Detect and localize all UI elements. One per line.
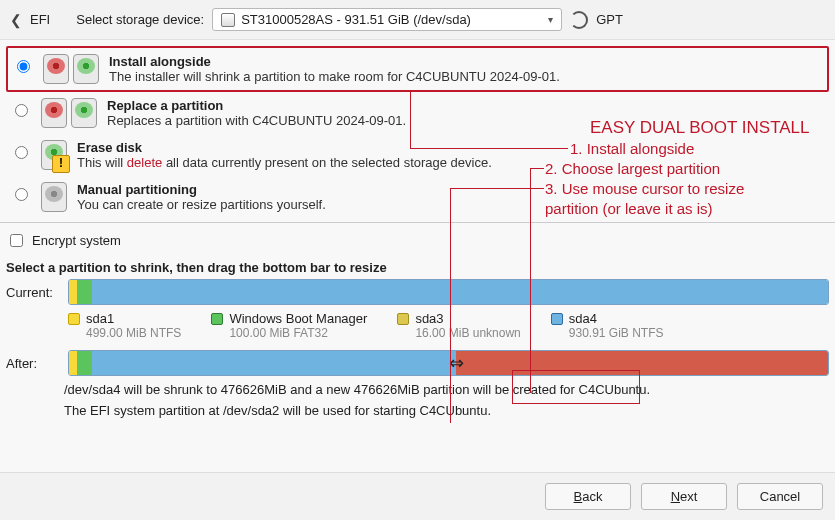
shrink-message: /dev/sda4 will be shrunk to 476626MiB an… bbox=[0, 378, 835, 399]
anno-connector bbox=[450, 188, 544, 189]
option-title: Manual partitioning bbox=[77, 182, 326, 197]
anno-connector bbox=[410, 148, 568, 149]
partition-legend: sda1 499.00 MiB NTFS Windows Boot Manage… bbox=[0, 307, 835, 348]
option-desc: This will delete all data currently pres… bbox=[77, 155, 492, 170]
disk-green-icon bbox=[71, 98, 97, 128]
storage-device-value: ST31000528AS - 931.51 GiB (/dev/sda) bbox=[241, 12, 471, 27]
next-button[interactable]: Next bbox=[641, 483, 727, 510]
option-install-alongside[interactable]: Install alongside The installer will shr… bbox=[6, 46, 829, 92]
anno-connector bbox=[530, 168, 544, 169]
legend-swatch-icon bbox=[397, 313, 409, 325]
disk-icon bbox=[221, 13, 235, 27]
anno-highlight-box bbox=[512, 370, 640, 404]
disk-red-icon bbox=[41, 98, 67, 128]
radio-manual[interactable] bbox=[15, 188, 28, 201]
radio-alongside[interactable] bbox=[17, 60, 30, 73]
anno-connector bbox=[450, 188, 451, 423]
anno-title: EASY DUAL BOOT INSTALL bbox=[590, 118, 810, 138]
legend-sda4: sda4 930.91 GiB NTFS bbox=[551, 311, 664, 340]
efi-label: EFI bbox=[30, 12, 50, 27]
disk-warn-icon bbox=[41, 140, 67, 170]
legend-swatch-icon bbox=[551, 313, 563, 325]
after-label: After: bbox=[6, 356, 60, 371]
disk-red-icon bbox=[43, 54, 69, 84]
refresh-icon[interactable] bbox=[570, 11, 588, 29]
legend-windows-boot: Windows Boot Manager 100.00 MiB FAT32 bbox=[211, 311, 367, 340]
anno-step1: 1. Install alongside bbox=[570, 140, 694, 157]
current-label: Current: bbox=[6, 285, 60, 300]
legend-sda1: sda1 499.00 MiB NTFS bbox=[68, 311, 181, 340]
anno-step3b: partition (or leave it as is) bbox=[545, 200, 713, 217]
chevron-down-icon: ▾ bbox=[548, 14, 553, 25]
disk-icon bbox=[41, 182, 67, 212]
current-partition-bar[interactable] bbox=[68, 279, 829, 305]
back-chevron-icon[interactable]: ❮ bbox=[10, 12, 22, 28]
back-button[interactable]: Back bbox=[545, 483, 631, 510]
after-partition-bar[interactable]: ⇔ bbox=[68, 350, 829, 376]
legend-swatch-icon bbox=[68, 313, 80, 325]
gpt-label: GPT bbox=[596, 12, 623, 27]
anno-connector bbox=[410, 92, 411, 148]
anno-step2: 2. Choose largest partition bbox=[545, 160, 720, 177]
radio-replace[interactable] bbox=[15, 104, 28, 117]
option-desc: You can create or resize partitions your… bbox=[77, 197, 326, 212]
disk-green-icon bbox=[73, 54, 99, 84]
encrypt-label: Encrypt system bbox=[32, 233, 121, 248]
option-title: Install alongside bbox=[109, 54, 560, 69]
storage-device-select[interactable]: ST31000528AS - 931.51 GiB (/dev/sda) ▾ bbox=[212, 8, 562, 31]
efi-message: The EFI system partition at /dev/sda2 wi… bbox=[0, 399, 835, 420]
legend-swatch-icon bbox=[211, 313, 223, 325]
anno-connector bbox=[530, 168, 531, 393]
encrypt-checkbox[interactable] bbox=[10, 234, 23, 247]
radio-erase[interactable] bbox=[15, 146, 28, 159]
option-desc: Replaces a partition with C4CUBUNTU 2024… bbox=[107, 113, 406, 128]
select-device-label: Select storage device: bbox=[76, 12, 204, 27]
shrink-heading: Select a partition to shrink, then drag … bbox=[0, 254, 835, 277]
option-title: Replace a partition bbox=[107, 98, 406, 113]
cancel-button[interactable]: Cancel bbox=[737, 483, 823, 510]
option-desc: The installer will shrink a partition to… bbox=[109, 69, 560, 84]
anno-step3: 3. Use mouse cursor to resize bbox=[545, 180, 744, 197]
legend-sda3: sda3 16.00 MiB unknown bbox=[397, 311, 520, 340]
